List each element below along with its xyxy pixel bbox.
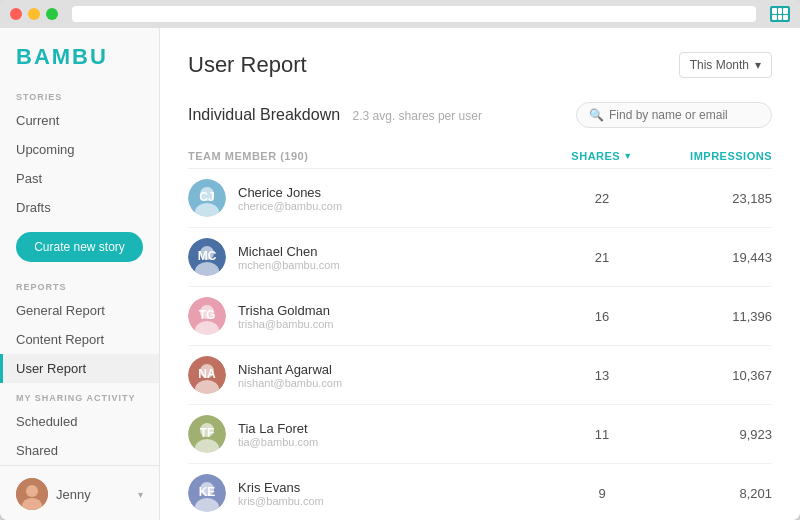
table-row: KE Kris Evans kris@bambu.com 9 8,201 [188,464,772,520]
section-title: Individual Breakdown [188,106,340,123]
page-header: User Report This Month ▾ [188,52,772,78]
url-bar [72,6,756,22]
member-email: trisha@bambu.com [238,318,334,330]
shares-cell: 9 [552,486,652,501]
svg-text:KE: KE [199,485,216,499]
maximize-dot[interactable] [46,8,58,20]
col-header-member: TEAM MEMBER (190) [188,150,552,162]
impressions-cell: 8,201 [652,486,772,501]
table-row: NA Nishant Agarwal nishant@bambu.com 13 … [188,346,772,405]
shares-cell: 11 [552,427,652,442]
user-name: Jenny [56,487,130,502]
main-content: User Report This Month ▾ Individual Brea… [160,28,800,520]
titlebar [0,0,800,28]
sort-arrow-icon: ▼ [623,151,632,161]
sidebar-item-user-report[interactable]: User Report [0,354,159,383]
member-name: Kris Evans [238,480,324,495]
search-box[interactable]: 🔍 [576,102,772,128]
section-header: Individual Breakdown 2.3 avg. shares per… [188,102,772,128]
member-email: kris@bambu.com [238,495,324,507]
avatar: NA [188,356,226,394]
sidebar-item-shared[interactable]: Shared [0,436,159,465]
shares-cell: 16 [552,309,652,324]
chevron-down-icon[interactable]: ▾ [138,489,143,500]
sidebar: BAMBU STORIES Current Upcoming Past Draf… [0,28,160,520]
table-header: TEAM MEMBER (190) SHARES ▼ IMPRESSIONS [188,144,772,169]
member-cell: MC Michael Chen mchen@bambu.com [188,238,552,276]
table-body: CJ Cherice Jones cherice@bambu.com 22 23… [188,169,772,520]
grid-icon[interactable] [770,6,790,22]
avatar: CJ [188,179,226,217]
stories-section-label: STORIES [0,82,159,106]
close-dot[interactable] [10,8,22,20]
curate-new-story-button[interactable]: Curate new story [16,232,143,262]
section-title-area: Individual Breakdown 2.3 avg. shares per… [188,106,482,124]
col-header-impressions: IMPRESSIONS [690,150,772,162]
sidebar-item-past[interactable]: Past [0,164,159,193]
member-cell: TF Tia La Foret tia@bambu.com [188,415,552,453]
activity-section-label: MY SHARING ACTIVITY [0,383,159,407]
avatar: KE [188,474,226,512]
member-cell: CJ Cherice Jones cherice@bambu.com [188,179,552,217]
app-body: BAMBU STORIES Current Upcoming Past Draf… [0,28,800,520]
impressions-cell: 23,185 [652,191,772,206]
member-name: Trisha Goldman [238,303,334,318]
shares-cell: 21 [552,250,652,265]
avatar: TF [188,415,226,453]
member-info: Michael Chen mchen@bambu.com [238,244,340,271]
member-cell: KE Kris Evans kris@bambu.com [188,474,552,512]
shares-cell: 22 [552,191,652,206]
minimize-dot[interactable] [28,8,40,20]
table-row: MC Michael Chen mchen@bambu.com 21 19,44… [188,228,772,287]
member-info: Tia La Foret tia@bambu.com [238,421,318,448]
impressions-cell: 9,923 [652,427,772,442]
table-row: TF Tia La Foret tia@bambu.com 11 9,923 [188,405,772,464]
shares-cell: 13 [552,368,652,383]
sidebar-item-scheduled[interactable]: Scheduled [0,407,159,436]
member-info: Kris Evans kris@bambu.com [238,480,324,507]
impressions-cell: 10,367 [652,368,772,383]
member-name: Cherice Jones [238,185,342,200]
svg-text:TF: TF [200,426,215,440]
month-filter-label: This Month [690,58,749,72]
app-logo: BAMBU [0,28,159,82]
member-cell: TG Trisha Goldman trisha@bambu.com [188,297,552,335]
member-name: Tia La Foret [238,421,318,436]
sidebar-item-drafts[interactable]: Drafts [0,193,159,222]
section-subtitle: 2.3 avg. shares per user [353,109,482,123]
svg-text:MC: MC [198,249,217,263]
member-name: Nishant Agarwal [238,362,342,377]
avatar: TG [188,297,226,335]
svg-text:CJ: CJ [199,190,214,204]
impressions-cell: 19,443 [652,250,772,265]
svg-text:NA: NA [198,367,216,381]
member-email: cherice@bambu.com [238,200,342,212]
table-row: CJ Cherice Jones cherice@bambu.com 22 23… [188,169,772,228]
member-info: Cherice Jones cherice@bambu.com [238,185,342,212]
page-title: User Report [188,52,307,78]
table-row: TG Trisha Goldman trisha@bambu.com 16 11… [188,287,772,346]
chevron-down-icon: ▾ [755,58,761,72]
member-email: mchen@bambu.com [238,259,340,271]
sidebar-item-upcoming[interactable]: Upcoming [0,135,159,164]
col-header-shares[interactable]: SHARES ▼ [552,150,652,162]
member-info: Trisha Goldman trisha@bambu.com [238,303,334,330]
svg-text:TG: TG [199,308,216,322]
member-name: Michael Chen [238,244,340,259]
impressions-cell: 11,396 [652,309,772,324]
sidebar-footer: Jenny ▾ [0,465,159,520]
sidebar-item-current[interactable]: Current [0,106,159,135]
search-input[interactable] [609,108,759,122]
member-email: tia@bambu.com [238,436,318,448]
avatar: MC [188,238,226,276]
sidebar-item-general-report[interactable]: General Report [0,296,159,325]
member-info: Nishant Agarwal nishant@bambu.com [238,362,342,389]
svg-point-1 [26,485,38,497]
app-window: BAMBU STORIES Current Upcoming Past Draf… [0,0,800,520]
member-email: nishant@bambu.com [238,377,342,389]
user-avatar [16,478,48,510]
reports-section-label: REPORTS [0,272,159,296]
sidebar-item-content-report[interactable]: Content Report [0,325,159,354]
month-filter-dropdown[interactable]: This Month ▾ [679,52,772,78]
member-cell: NA Nishant Agarwal nishant@bambu.com [188,356,552,394]
